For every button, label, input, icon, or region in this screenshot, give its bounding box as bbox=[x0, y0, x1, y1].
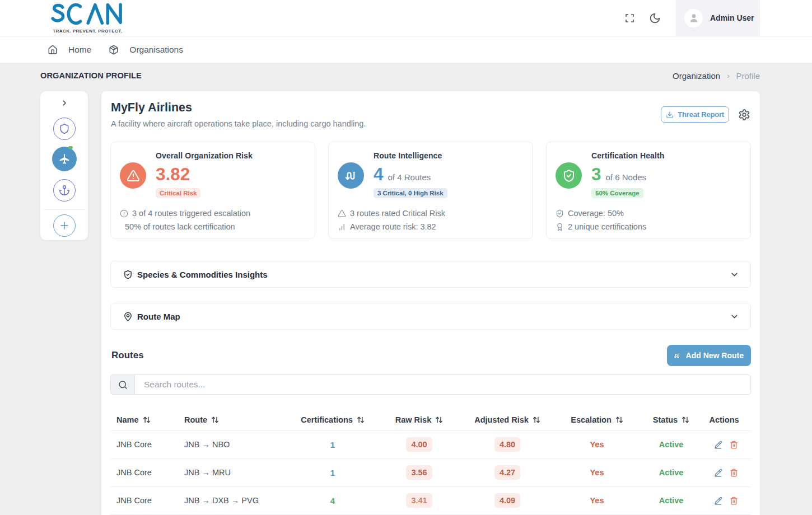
svg-text:TRACK. PREVENT. PROTECT.: TRACK. PREVENT. PROTECT. bbox=[53, 29, 122, 34]
